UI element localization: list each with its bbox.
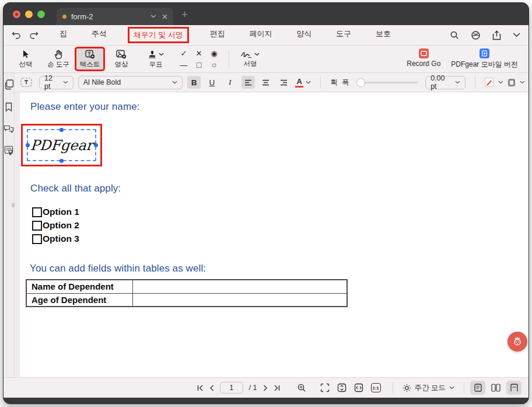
menu-page[interactable]: 페이지 <box>246 27 275 43</box>
stamp-tool-button[interactable]: 우표 <box>138 47 174 71</box>
checkmark-tool[interactable]: ✓ <box>181 49 187 58</box>
menu-items: 집 주석 채우기 및 서명 편집 페이지 양식 도구 보호 <box>56 27 394 43</box>
dash-tool[interactable]: — <box>180 61 188 69</box>
signature-selection[interactable]: PDFgear <box>27 129 96 161</box>
redo-icon[interactable] <box>29 31 38 39</box>
resize-handle-right[interactable] <box>94 143 98 147</box>
thumbnails-icon[interactable] <box>4 79 14 90</box>
undo-icon[interactable] <box>12 31 21 39</box>
stroke-width-slider[interactable] <box>358 82 419 84</box>
digital-signatures-icon[interactable] <box>4 145 13 155</box>
signature-icon <box>241 50 253 58</box>
stroke-width-select[interactable]: 0.00 pt <box>425 76 466 89</box>
two-page-view-button[interactable] <box>488 381 503 395</box>
day-mode-select[interactable]: 주간 모드 <box>402 383 454 393</box>
actual-size-icon[interactable]: 1:1 <box>371 383 381 392</box>
pdf-page[interactable]: Please enter your name: PDFgear Check al… <box>20 92 529 377</box>
search-icon[interactable] <box>450 30 459 40</box>
resize-handle-left[interactable] <box>26 143 30 147</box>
align-left-button[interactable] <box>242 76 255 89</box>
hand-tool-button[interactable]: 손 도구 <box>42 47 75 71</box>
previous-page-icon[interactable] <box>209 385 214 391</box>
square-tool[interactable]: □ <box>197 60 201 69</box>
continuous-scroll-view-button[interactable] <box>506 381 522 395</box>
add-text-icon <box>85 50 95 59</box>
checkbox-option-3[interactable] <box>32 234 42 244</box>
table-field-name[interactable] <box>132 280 347 293</box>
resize-handle-top[interactable] <box>60 128 64 132</box>
chevron-down-icon <box>63 81 68 84</box>
record-go-button[interactable]: Record Go <box>407 48 440 68</box>
fit-height-icon[interactable] <box>337 383 346 392</box>
signature-tool-button[interactable]: 서명 <box>234 47 267 71</box>
share-icon[interactable] <box>492 30 501 40</box>
select-tool-button[interactable]: 선택 <box>9 47 42 71</box>
table-row: Age of Dependent <box>26 293 347 307</box>
tab-title: form-2 <box>71 12 145 21</box>
comments-icon[interactable] <box>4 124 14 133</box>
add-image-icon <box>116 50 127 59</box>
chevron-down-icon <box>172 81 177 84</box>
tab-close-icon[interactable] <box>162 14 167 19</box>
stroke-color-none-icon[interactable] <box>485 78 494 87</box>
align-center-button[interactable] <box>260 76 273 89</box>
page-number-input[interactable] <box>220 382 243 394</box>
text-tool-button[interactable]: 텍스트 <box>75 47 105 71</box>
zoom-icon[interactable] <box>297 383 306 392</box>
minimize-window-button[interactable] <box>25 11 33 18</box>
fill-color-icon[interactable] <box>508 79 516 86</box>
menu-tools[interactable]: 도구 <box>332 27 355 43</box>
document-canvas[interactable]: Please enter your name: PDFgear Check al… <box>15 92 529 377</box>
menu-form[interactable]: 양식 <box>293 27 315 43</box>
resize-handle-bottom[interactable] <box>60 159 64 163</box>
table-field-age[interactable] <box>132 293 347 307</box>
textbox-style-icon[interactable] <box>20 78 32 87</box>
last-page-icon[interactable] <box>274 385 281 391</box>
font-size-select[interactable]: 12 pt <box>39 76 74 89</box>
new-tab-button[interactable]: + <box>181 8 188 21</box>
checkbox-option-2[interactable] <box>32 221 42 231</box>
tab-chevron-down-icon[interactable] <box>150 15 156 18</box>
chevron-down-icon[interactable] <box>498 81 503 84</box>
cursor-icon <box>22 50 30 59</box>
fit-page-icon[interactable] <box>320 383 330 392</box>
menu-fill-sign[interactable]: 채우기 및 서명 <box>128 27 189 43</box>
cross-tool[interactable]: ✕ <box>196 49 202 58</box>
first-page-icon[interactable] <box>197 385 204 391</box>
image-tool-button[interactable]: 영상 <box>105 47 138 71</box>
ai-assistant-button[interactable] <box>508 332 527 352</box>
quick-marks: ✓ ✕ ◉ — □ ○ <box>176 47 222 71</box>
sun-icon <box>402 384 411 392</box>
checkbox-option-1[interactable] <box>32 207 42 217</box>
toolbar-separator <box>229 50 229 68</box>
menu-protect[interactable]: 보호 <box>372 27 394 43</box>
font-color-button[interactable]: A <box>295 78 311 88</box>
support-icon[interactable] <box>471 30 481 40</box>
italic-button[interactable]: I <box>223 76 237 89</box>
radio-filled-tool[interactable]: ◉ <box>211 49 217 58</box>
document-tab[interactable]: form-2 <box>57 8 173 25</box>
mobile-version-icon <box>480 48 489 58</box>
zoom-window-button[interactable] <box>37 11 45 18</box>
fit-width-icon[interactable] <box>354 383 363 392</box>
circle-tool[interactable]: ○ <box>212 60 216 69</box>
chevron-down-icon[interactable] <box>520 81 525 84</box>
option-row: Option 2 <box>32 219 79 232</box>
chevron-down-icon <box>254 53 260 56</box>
close-window-button[interactable] <box>13 11 20 18</box>
pdfgear-mobile-button[interactable]: PDFgear 모바일 버전 <box>451 48 518 69</box>
underline-button[interactable]: U <box>205 76 219 89</box>
font-color-swatch <box>295 86 303 88</box>
chevron-down-icon <box>159 53 164 56</box>
bold-button[interactable]: B <box>187 76 201 89</box>
menu-annotate[interactable]: 주석 <box>88 27 110 43</box>
collapse-toolbar-chevron-icon[interactable] <box>513 33 520 37</box>
font-family-select[interactable]: Al Nile Bold <box>78 76 183 89</box>
menu-edit[interactable]: 편집 <box>206 27 229 43</box>
align-right-button[interactable] <box>277 76 290 89</box>
toolbar: 선택 손 도구 텍스트 영상 우표 ✓ ✕ ◉ — □ ○ <box>4 46 528 73</box>
menu-home[interactable]: 집 <box>56 27 71 43</box>
next-page-icon[interactable] <box>263 385 268 391</box>
bookmarks-icon[interactable] <box>5 102 13 112</box>
single-page-view-button[interactable] <box>470 381 485 395</box>
